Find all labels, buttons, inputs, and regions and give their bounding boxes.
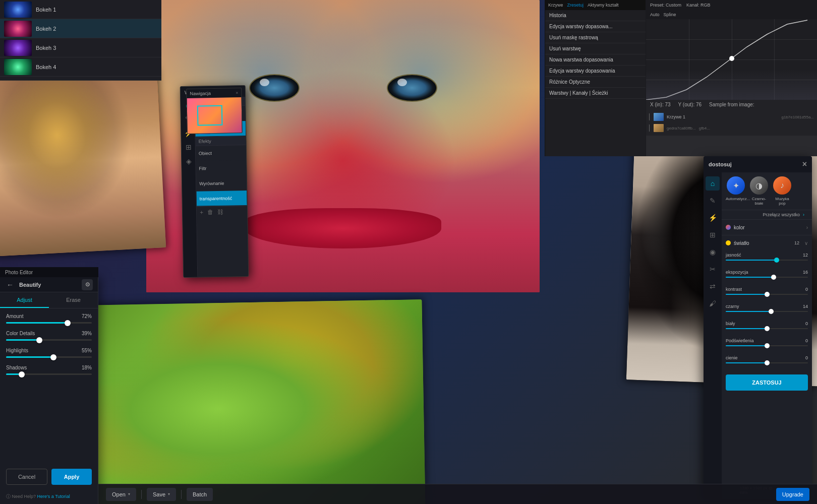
adjust-close-button[interactable]: × (802, 160, 807, 169)
adjust-nav-home[interactable]: ⌂ (706, 176, 720, 191)
pe-tab-erase[interactable]: Erase (49, 292, 98, 308)
layers-effect-2[interactable]: Filtr (196, 160, 247, 176)
czarny-thumb[interactable] (769, 309, 774, 314)
adjust-nav-circle[interactable]: ◉ (706, 245, 720, 259)
pe-back-button[interactable]: ← (5, 280, 15, 290)
layers-icon-add[interactable]: + (200, 209, 203, 216)
layer-id-1: g1b7e1081d55a... (781, 115, 814, 119)
layers-effect-3[interactable]: Wyrównanie (196, 175, 247, 192)
bialy-track[interactable] (726, 328, 808, 329)
ekspozycja-fill (726, 277, 774, 278)
ps-curve-area[interactable] (646, 19, 817, 100)
adjust-nav-crop[interactable]: ⊞ (706, 228, 720, 242)
cienie-track[interactable] (726, 362, 808, 363)
ekspozycja-track[interactable] (726, 277, 808, 278)
cienie-thumb[interactable] (765, 360, 770, 365)
pe-cancel-button[interactable]: Cancel (6, 469, 47, 485)
face-eyes-area (205, 44, 481, 132)
adjust-nav-swap[interactable]: ⇄ (706, 279, 720, 293)
bokeh-thumb-4 (4, 59, 32, 75)
effect-label-4: transparentność (200, 196, 232, 201)
ps-menu-nowa[interactable]: Nowa warstwa dopasowania (545, 54, 646, 66)
ps-menu-warstwy[interactable]: Warstwy | Kanały | Ścieżki (545, 88, 646, 99)
layers-nav-crop[interactable]: ⊞ (182, 140, 196, 154)
bokeh-item-3[interactable]: Bokeh 3 (0, 38, 161, 57)
bokeh-item-4[interactable]: Bokeh 4 (0, 57, 161, 77)
bokeh-thumb-3 (4, 40, 32, 56)
effect-label-2: Filtr (199, 166, 206, 171)
shadows-label: Shadows (6, 365, 27, 370)
layers-bottom-icons: + 🗑 ⛓ (197, 206, 247, 218)
pe-help-link[interactable]: Here's a Tutorial (37, 494, 70, 499)
ps-layer-row-2[interactable]: gedra7ca80ffb... gfb4... (646, 122, 817, 134)
curve-control-point[interactable] (729, 56, 734, 61)
switch-label: Przełącz wszystko (763, 212, 800, 217)
batch-button[interactable]: Batch (187, 488, 213, 501)
preset-bw[interactable]: ◑ Czarno-białe (749, 176, 769, 206)
swiatlo-section-header[interactable]: światło 12 ∨ (722, 235, 812, 250)
ps-spline-label[interactable]: Spline (664, 12, 676, 17)
save-button[interactable]: Save ▾ (147, 488, 176, 501)
upgrade-button[interactable]: Upgrade (776, 488, 809, 501)
open-chevron-icon: ▾ (128, 492, 130, 496)
shadows-slider-track[interactable] (6, 373, 92, 375)
layers-icon-trash[interactable]: 🗑 (207, 209, 213, 216)
colordetails-slider-track[interactable] (6, 339, 92, 341)
ps-menu-edycja2[interactable]: Edycja warstwy dopasowania (545, 66, 646, 77)
open-button[interactable]: Open ▾ (106, 488, 136, 501)
ps-curves-panel: Preset: Custom Kanał: RGB Auto Spline X … (646, 0, 817, 156)
cienie-fill (726, 362, 767, 363)
kontrast-fill (726, 294, 767, 295)
nav-panel: Nawigacja × (186, 88, 243, 134)
switch-toggle[interactable]: › (803, 212, 808, 217)
layers-icon-link[interactable]: ⛓ (217, 209, 223, 216)
adjust-nav-brush[interactable]: 🖌 (706, 296, 720, 310)
kolor-section-header[interactable]: kolor › (722, 220, 812, 235)
ps-menu-usun-maska[interactable]: Usuń maskę rastrową (545, 32, 646, 43)
ps-menu-roznice[interactable]: Różnice Optyczne (545, 77, 646, 88)
adjust-nav-scissor[interactable]: ✂ (706, 262, 720, 276)
pe-apply-button[interactable]: Apply (51, 469, 92, 485)
kontrast-thumb[interactable] (765, 292, 770, 297)
colordetails-slider-thumb[interactable] (36, 337, 42, 343)
zastosuj-button[interactable]: ZASTOSUJ (726, 374, 808, 391)
swiatlo-chevron: ∨ (804, 240, 808, 246)
jasnosc-fill (726, 260, 777, 261)
cienie-row: cienie 0 (722, 353, 812, 370)
ps-menu-edycja1[interactable]: Edycja warstwy dopasowa... (545, 21, 646, 32)
jasnosc-track[interactable] (726, 260, 808, 261)
nav-close-icon[interactable]: × (236, 90, 238, 95)
highlights-slider-thumb[interactable] (50, 354, 56, 360)
ps-top-bar: Krzywe Zresetuj Aktywny kształt (545, 0, 646, 10)
shadows-slider-thumb[interactable] (19, 371, 25, 377)
ekspozycja-thumb[interactable] (771, 275, 776, 280)
podswietlenia-thumb[interactable] (765, 343, 770, 348)
layers-effect-1[interactable]: Obiect (196, 145, 247, 161)
preset-music[interactable]: ♪ Muzyka pop (772, 176, 792, 206)
amount-slider-thumb[interactable] (65, 320, 71, 326)
pe-tab-adjust[interactable]: Adjust (0, 292, 49, 308)
czarny-track[interactable] (726, 311, 808, 312)
jasnosc-thumb[interactable] (774, 258, 779, 263)
layers-nav-filter[interactable]: ◈ (182, 154, 196, 168)
amount-slider-track[interactable] (6, 322, 92, 324)
adjust-nav-edit[interactable]: ✎ (706, 194, 720, 208)
ps-layer-row-1[interactable]: Krzywe 1 g1b7e1081d55a... (646, 111, 817, 122)
colordetails-label: Color Details (6, 331, 35, 336)
adjust-nav-lightning[interactable]: ⚡ (706, 211, 720, 225)
bialy-thumb[interactable] (765, 326, 770, 331)
bokeh-panel: Bokeh 1 Bokeh 2 Bokeh 3 Bokeh 4 (0, 0, 161, 81)
ps-menu-historia[interactable]: Historia (545, 10, 646, 21)
pe-camera-button[interactable]: ⊙ (82, 279, 93, 290)
highlights-slider-track[interactable] (6, 356, 92, 358)
kontrast-track[interactable] (726, 294, 808, 295)
bokeh-item-1[interactable]: Bokeh 1 (0, 0, 161, 19)
kontrast-value: 0 (805, 287, 808, 292)
layers-effect-4[interactable]: transparentność (196, 191, 247, 207)
preset-auto[interactable]: ✦ Automatycz... (726, 176, 746, 206)
bokeh-item-2[interactable]: Bokeh 2 (0, 19, 161, 38)
podswietlenia-track[interactable] (726, 345, 808, 346)
ps-menu-usun-warstwe[interactable]: Usuń warstwę (545, 43, 646, 54)
ps-kanal-label: Kanał: RGB (686, 3, 711, 8)
ps-top-label-reset[interactable]: Zresetuj (567, 3, 584, 8)
